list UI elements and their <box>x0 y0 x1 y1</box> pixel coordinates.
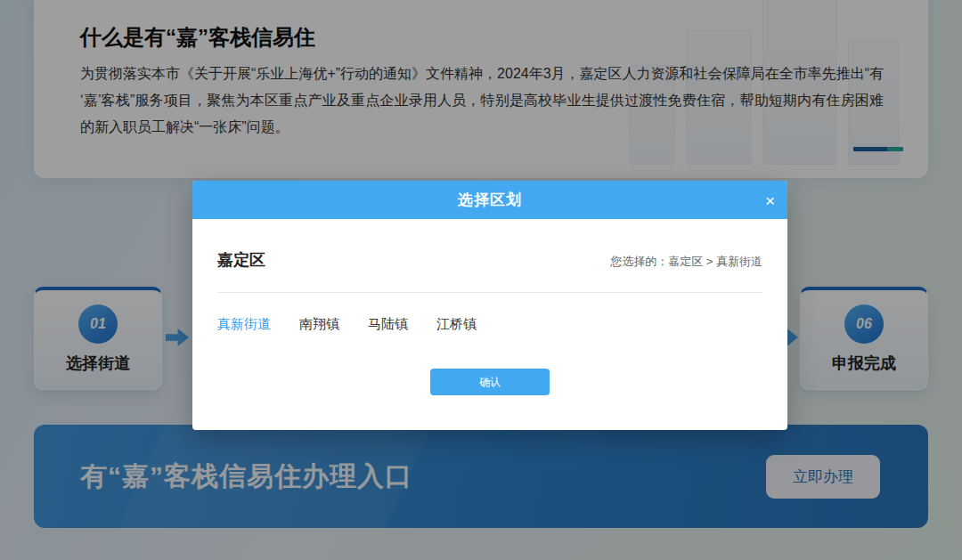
modal-title: 选择区划 <box>458 190 522 210</box>
street-options: 真新街道 南翔镇 马陆镇 江桥镇 <box>217 316 762 333</box>
page: 什么是有“嘉”客栈信易住 为贯彻落实本市《关于开展“乐业上海优+”行动的通知》文… <box>0 0 962 560</box>
confirm-button[interactable]: 确认 <box>430 369 550 395</box>
option-malu-town[interactable]: 马陆镇 <box>368 316 408 333</box>
district-select-modal: 选择区划 × 嘉定区 您选择的：嘉定区 > 真新街道 真新街道 南翔镇 马陆镇 … <box>192 181 787 430</box>
selection-path: 您选择的：嘉定区 > 真新街道 <box>610 254 762 270</box>
close-icon[interactable]: × <box>765 191 775 208</box>
option-nanxiang-town[interactable]: 南翔镇 <box>299 316 339 333</box>
option-zhenxin-street[interactable]: 真新街道 <box>217 316 271 333</box>
option-jiangqiao-town[interactable]: 江桥镇 <box>436 316 477 333</box>
divider <box>217 292 762 293</box>
modal-header: 选择区划 × <box>192 181 787 219</box>
modal-body: 嘉定区 您选择的：嘉定区 > 真新街道 真新街道 南翔镇 马陆镇 江桥镇 确认 <box>192 249 787 395</box>
district-name: 嘉定区 <box>217 249 265 271</box>
